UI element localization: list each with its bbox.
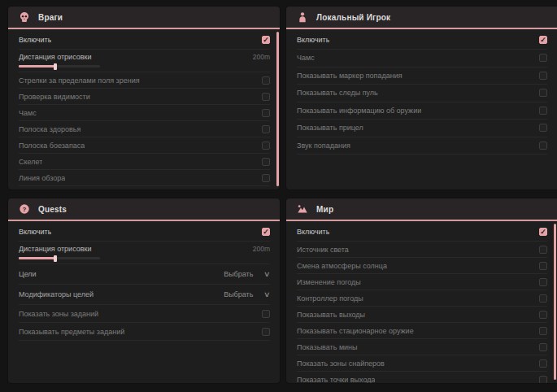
panel-enemies-header: Враги — [8, 7, 280, 28]
checkbox[interactable] — [539, 359, 547, 368]
slider-thumb[interactable] — [54, 255, 57, 262]
setting-label: Включить — [19, 228, 51, 236]
setting-row-checkbox: Включить✓ — [297, 223, 547, 242]
setting-row-checkbox: Смена атмосферы солнца — [297, 258, 547, 274]
panel-title: Quests — [38, 205, 67, 214]
setting-row-checkbox: Изменение погоды — [297, 274, 547, 290]
panel-quests: ? Quests Включить✓Дистанция отрисовки200… — [8, 198, 280, 383]
setting-label: Показать зоны снайперов — [297, 359, 385, 368]
panel-title: Враги — [38, 13, 63, 22]
checkbox[interactable] — [539, 262, 547, 270]
checkbox[interactable]: ✓ — [539, 228, 547, 236]
setting-row-checkbox: Показывать информацию об оружии — [297, 102, 547, 120]
setting-label: Показать зоны заданий — [19, 310, 98, 318]
setting-label: Смена атмосферы солнца — [297, 262, 387, 270]
setting-row-checkbox: Контроллер погоды — [297, 290, 547, 307]
setting-label: Показывать мины — [297, 343, 358, 351]
setting-label: Показывать следы пуль — [297, 89, 378, 97]
setting-row-checkbox: Показывать прицел — [297, 120, 547, 137]
setting-label: Контроллер погоды — [297, 294, 363, 303]
setting-row-checkbox: Показывать маркер попадания — [297, 68, 547, 85]
setting-label: Показывать информацию об оружии — [297, 107, 421, 115]
setting-row-checkbox: Показывать выходы — [297, 307, 547, 323]
panel-local-player-header: Локальный Игрок — [286, 7, 557, 28]
checkbox[interactable] — [539, 72, 547, 80]
scrollbar[interactable] — [554, 224, 556, 380]
setting-row-checkbox: Звук попадания — [297, 137, 547, 155]
setting-row-checkbox: Включить✓ — [297, 31, 547, 50]
checkbox[interactable] — [262, 125, 270, 133]
checkbox[interactable]: ✓ — [539, 36, 547, 44]
checkbox[interactable] — [539, 327, 547, 335]
slider-line: Дистанция отрисовки200m — [19, 51, 270, 63]
checkbox[interactable] — [539, 142, 547, 150]
setting-label: Источник света — [297, 246, 349, 254]
dropdown[interactable]: Выбрать∨ — [224, 270, 270, 278]
setting-label: Скелет — [19, 158, 42, 166]
svg-text:?: ? — [23, 206, 27, 213]
setting-label: Полоска здоровья — [19, 125, 81, 133]
setting-row-checkbox: Проверка видимости — [19, 89, 270, 105]
checkbox[interactable] — [539, 89, 547, 97]
checkbox[interactable] — [539, 54, 547, 62]
panel-enemies: Враги Включить✓Дистанция отрисовки200mСт… — [8, 7, 280, 189]
setting-label: Включить — [297, 36, 329, 44]
checkbox[interactable] — [539, 343, 547, 351]
setting-row-checkbox: Источник света — [297, 242, 547, 258]
setting-label: Показывать предметы заданий — [19, 328, 124, 336]
checkbox[interactable] — [262, 310, 270, 318]
slider-value: 200m — [253, 53, 270, 61]
setting-row-checkbox: Показывать следы пуль — [297, 85, 547, 102]
slider-track[interactable] — [19, 257, 100, 259]
setting-label: Проверка видимости — [19, 93, 90, 101]
setting-row-checkbox: Чамс — [297, 50, 547, 68]
checkbox[interactable]: ✓ — [262, 36, 270, 44]
checkbox[interactable] — [539, 376, 547, 384]
slider-thumb[interactable] — [54, 63, 57, 70]
checkbox[interactable] — [539, 278, 547, 286]
checkbox[interactable] — [539, 107, 547, 115]
setting-row-checkbox: Показать зоны заданий — [19, 305, 270, 323]
setting-label: Звук попадания — [297, 142, 350, 150]
panel-world: Мир Включить✓Источник светаСмена атмосфе… — [286, 198, 557, 383]
checkbox[interactable] — [262, 76, 270, 85]
checkbox[interactable] — [262, 109, 270, 117]
setting-label: Цели — [19, 270, 37, 278]
setting-row-checkbox: Включить✓ — [19, 223, 270, 242]
setting-row-checkbox: Показывать стационарное оружие — [297, 323, 547, 339]
setting-label: Дистанция отрисовки — [19, 245, 92, 253]
setting-row-checkbox: Линия обзора — [19, 170, 270, 186]
setting-label: Показывать маркер попадания — [297, 72, 403, 80]
checkbox[interactable] — [539, 124, 547, 132]
checkbox[interactable] — [539, 311, 547, 319]
checkbox[interactable] — [262, 328, 270, 336]
dropdown[interactable]: Выбрать∨ — [224, 290, 270, 298]
setting-row-checkbox: Чамс — [19, 105, 270, 121]
panel-title: Мир — [316, 205, 333, 214]
setting-row-checkbox: Показывать следы пуль — [19, 186, 270, 189]
setting-label: Включить — [297, 228, 329, 236]
dropdown-value: Выбрать — [224, 290, 253, 298]
setting-row-checkbox: Скелет — [19, 154, 270, 170]
mod-menu-overlay: Враги Включить✓Дистанция отрисовки200mСт… — [0, 0, 557, 392]
panel-world-header: Мир — [286, 198, 557, 220]
panel-title: Локальный Игрок — [316, 13, 390, 22]
setting-row-checkbox: Показать зоны снайперов — [297, 355, 547, 372]
checkbox[interactable] — [262, 174, 270, 182]
setting-label: Модификаторы целей — [19, 290, 94, 298]
setting-row-select: ЦелиВыбрать∨ — [19, 264, 270, 285]
checkbox[interactable] — [539, 246, 547, 254]
setting-label: Чамс — [297, 54, 315, 62]
checkbox[interactable] — [262, 142, 270, 150]
slider-fill — [19, 65, 55, 68]
checkbox[interactable] — [262, 158, 270, 166]
scrollbar[interactable] — [276, 32, 279, 186]
slider-track[interactable] — [19, 65, 100, 68]
setting-row-checkbox: Стрелки за пределами поля зрения — [19, 72, 270, 89]
setting-row-select: Модификаторы целейВыбрать∨ — [19, 285, 270, 305]
checkbox[interactable]: ✓ — [262, 228, 270, 236]
checkbox[interactable] — [539, 294, 547, 303]
checkbox[interactable] — [262, 93, 270, 101]
dropdown-value: Выбрать — [224, 270, 253, 278]
setting-label: Показывать прицел — [297, 124, 363, 132]
